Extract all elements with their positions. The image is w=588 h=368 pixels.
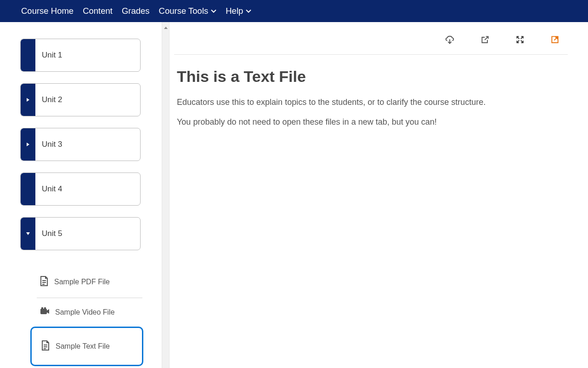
open-external-icon[interactable] [550,35,560,45]
nav-help-label: Help [226,6,243,16]
sidebar-item-label: Sample Text File [56,342,110,351]
nav-course-tools[interactable]: Course Tools [159,6,217,16]
sidebar-item-label: Sample Video File [55,308,115,316]
sidebar-sublist: Sample PDF File Sample Video File [20,262,141,366]
main-content: This is a Text File Educators use this t… [170,22,588,368]
nav-content[interactable]: Content [83,6,113,16]
open-new-window-icon[interactable] [481,35,490,45]
content-paragraph-2: You probably do not need to open these f… [177,116,565,128]
caret-right-icon [26,98,30,102]
unit-accent [21,128,35,161]
document-icon [41,340,50,353]
sidebar-item-sample-text[interactable]: Sample Text File [30,327,143,366]
sidebar-item-sample-pdf[interactable]: Sample PDF File [20,266,141,298]
unit-accent [21,84,35,116]
unit-label: Unit 1 [35,39,140,71]
nav-course-tools-label: Course Tools [159,6,209,16]
video-icon [40,307,50,317]
sidebar-item-label: Sample PDF File [54,278,110,286]
caret-down-icon [26,232,30,236]
sidebar: Unit 1 Unit 2 Unit 3 Unit 4 [0,22,162,368]
download-icon[interactable] [445,35,455,45]
unit-label: Unit 5 [35,218,140,250]
caret-right-icon [26,142,30,147]
unit-accent [21,39,35,71]
nav-content-label: Content [83,6,113,16]
svg-rect-3 [41,307,43,309]
unit-label: Unit 4 [35,173,140,205]
unit-label: Unit 2 [35,84,140,116]
nav-grades-label: Grades [122,6,150,16]
unit-label: Unit 3 [35,128,140,161]
sidebar-unit-2[interactable]: Unit 2 [20,83,141,116]
page-title: This is a Text File [177,68,565,86]
nav-grades[interactable]: Grades [122,6,150,16]
nav-help[interactable]: Help [226,6,251,16]
chevron-down-icon [211,6,216,16]
unit-accent [21,218,35,250]
nav-course-home-label: Course Home [21,6,74,16]
unit-accent [21,173,35,205]
sidebar-unit-3[interactable]: Unit 3 [20,128,141,161]
sidebar-unit-1[interactable]: Unit 1 [20,39,141,72]
nav-course-home[interactable]: Course Home [21,6,74,16]
sidebar-unit-4[interactable]: Unit 4 [20,172,141,206]
top-nav: Course Home Content Grades Course Tools … [0,0,588,22]
content-paragraph-1: Educators use this to explain topics to … [177,97,565,108]
scroll-up-icon[interactable] [164,23,168,28]
chevron-down-icon [246,6,251,16]
sidebar-item-sample-video[interactable]: Sample Video File [20,298,141,327]
svg-line-9 [485,36,488,40]
content-toolbar [174,35,568,55]
document-icon [40,276,49,288]
sidebar-unit-5[interactable]: Unit 5 [20,217,141,250]
svg-rect-4 [44,307,46,309]
scrollbar-track[interactable] [162,22,170,368]
fullscreen-icon[interactable] [515,35,525,45]
